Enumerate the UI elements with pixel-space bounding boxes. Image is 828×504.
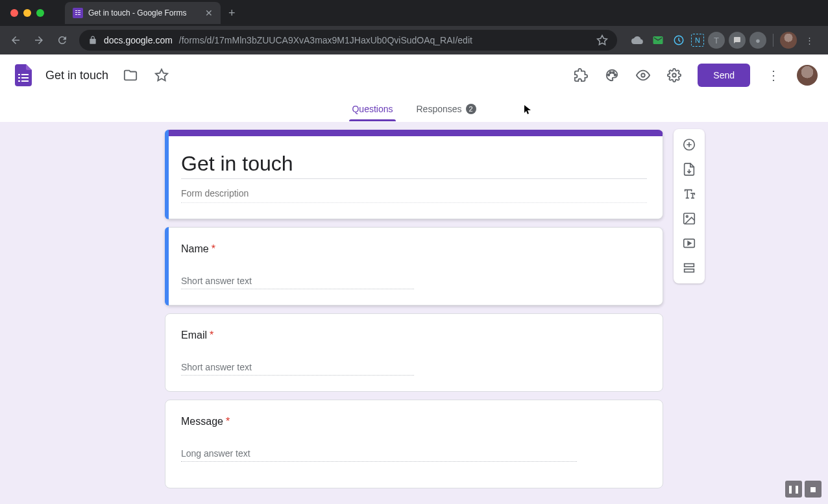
star-icon[interactable]: [149, 62, 175, 88]
add-video-button[interactable]: [677, 232, 701, 255]
browser-profile-avatar[interactable]: [780, 32, 797, 49]
svg-rect-1: [75, 12, 77, 13]
window-close-button[interactable]: [10, 9, 18, 17]
form-title-input[interactable]: [181, 149, 647, 178]
form-header-card[interactable]: [165, 130, 663, 219]
send-button[interactable]: Send: [698, 64, 750, 87]
extension-icons: N T ● ⋮: [624, 32, 823, 49]
svg-rect-0: [75, 10, 77, 11]
svg-rect-4: [78, 12, 80, 13]
svg-rect-7: [18, 74, 20, 75]
responses-count-badge: 2: [466, 104, 476, 114]
add-question-button[interactable]: [677, 133, 701, 156]
browser-chrome: Get in touch - Google Forms ✕ + docs.goo…: [0, 0, 828, 54]
floating-toolbar: [674, 129, 705, 283]
url-domain: docs.google.com: [104, 35, 173, 45]
import-questions-button[interactable]: [677, 158, 701, 181]
svg-point-16: [615, 74, 616, 76]
svg-point-21: [686, 215, 688, 217]
answer-placeholder: Short answer text: [181, 273, 414, 289]
window-minimize-button[interactable]: [23, 9, 31, 17]
svg-rect-3: [78, 10, 80, 11]
answer-placeholder: Short answer text: [181, 359, 414, 376]
svg-point-17: [642, 73, 646, 77]
required-star-icon: *: [210, 330, 213, 341]
required-star-icon: *: [226, 416, 230, 427]
svg-rect-12: [21, 80, 29, 82]
svg-rect-2: [75, 14, 77, 15]
question-card[interactable]: Email * Short answer text: [165, 313, 663, 392]
settings-icon[interactable]: [661, 62, 687, 88]
question-title: Email *: [181, 330, 647, 341]
answer-placeholder: Long answer text: [181, 446, 577, 462]
forms-logo-icon[interactable]: [10, 62, 36, 88]
more-icon[interactable]: ⋮: [761, 62, 786, 88]
url-path: /forms/d/17mMln3bZUUCA9XvA3max9M1JHaxUb0…: [179, 35, 472, 45]
svg-rect-8: [21, 74, 29, 75]
extension-icon[interactable]: [670, 32, 687, 49]
tab-close-icon[interactable]: ✕: [205, 8, 213, 18]
url-field[interactable]: docs.google.com/forms/d/17mMln3bZUUCA9Xv…: [79, 30, 617, 51]
app-header: Get in touch Send ⋮: [0, 54, 828, 96]
browser-tab[interactable]: Get in touch - Google Forms ✕: [65, 2, 221, 24]
window-controls: [5, 9, 49, 17]
extension-icon[interactable]: [629, 32, 646, 49]
addons-icon[interactable]: [568, 62, 594, 88]
doc-title[interactable]: Get in touch: [42, 67, 112, 84]
add-title-button[interactable]: [677, 182, 701, 206]
svg-rect-24: [685, 269, 694, 272]
move-folder-icon[interactable]: [117, 62, 143, 88]
question-title: Message *: [181, 416, 647, 427]
add-image-button[interactable]: [677, 207, 701, 230]
question-title: Name *: [181, 243, 647, 255]
svg-rect-5: [78, 14, 80, 15]
window-maximize-button[interactable]: [36, 9, 44, 17]
palette-icon[interactable]: [599, 62, 625, 88]
preview-icon[interactable]: [630, 62, 656, 88]
account-avatar[interactable]: [797, 65, 818, 86]
back-button[interactable]: [5, 30, 26, 51]
svg-point-14: [610, 72, 612, 74]
svg-point-18: [673, 73, 677, 77]
tabs-row: Questions Responses 2: [0, 96, 828, 122]
extension-icon[interactable]: ●: [749, 32, 766, 49]
extension-icon[interactable]: [729, 32, 746, 49]
required-star-icon: *: [212, 243, 215, 255]
extension-icon[interactable]: N: [691, 34, 704, 47]
stop-icon[interactable]: ◼: [805, 481, 822, 498]
tab-strip: Get in touch - Google Forms ✕ +: [0, 0, 828, 26]
svg-rect-11: [18, 80, 20, 82]
forms-favicon-icon: [73, 8, 83, 18]
svg-point-13: [608, 74, 610, 76]
browser-menu-icon[interactable]: ⋮: [801, 32, 818, 49]
reload-button[interactable]: [52, 30, 73, 51]
question-card[interactable]: Message * Long answer text: [165, 400, 663, 488]
svg-rect-23: [685, 264, 694, 267]
forward-button[interactable]: [29, 30, 49, 51]
bookmark-star-icon[interactable]: [596, 34, 608, 46]
add-section-button[interactable]: [677, 256, 701, 280]
svg-rect-9: [18, 77, 20, 78]
tab-title: Get in touch - Google Forms: [88, 8, 186, 18]
question-card[interactable]: Name * Short answer text: [165, 227, 663, 306]
tab-responses[interactable]: Responses 2: [414, 97, 479, 121]
tab-questions[interactable]: Questions: [349, 97, 395, 121]
extension-icon[interactable]: T: [708, 32, 725, 49]
pause-icon[interactable]: ❚❚: [785, 481, 802, 498]
svg-rect-10: [21, 77, 29, 78]
svg-point-15: [613, 72, 615, 74]
extension-icon[interactable]: [650, 32, 666, 49]
address-bar: docs.google.com/forms/d/17mMln3bZUUCA9Xv…: [0, 26, 828, 54]
new-tab-button[interactable]: +: [228, 6, 236, 20]
form-description-input[interactable]: [181, 184, 647, 203]
lock-icon: [88, 36, 97, 45]
divider: [773, 34, 773, 47]
recording-widget: ❚❚ ◼: [785, 481, 822, 498]
